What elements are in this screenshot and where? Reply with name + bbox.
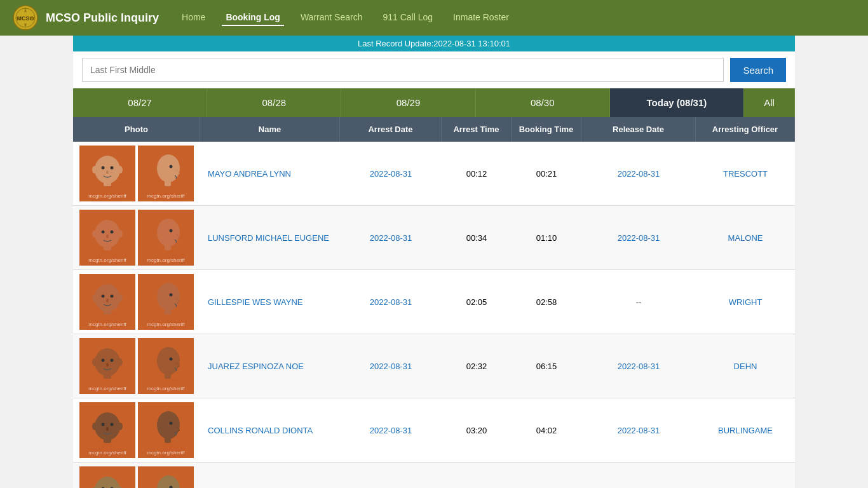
booking-time-cell: 04:02 [512,419,581,442]
nav-home[interactable]: Home [178,10,209,26]
nav-booking-log[interactable]: Booking Log [222,10,284,26]
inmate-name-link[interactable]: COLLINS RONALD DIONTA [208,426,313,435]
svg-point-40 [111,295,114,298]
search-button[interactable]: Search [730,58,786,82]
update-bar: Last Record Update:2022-08-31 13:10:01 [73,36,795,51]
col-photo: Photo [73,117,200,142]
inmate-name-cell: MAYO ANDREA LYNN [200,163,340,185]
svg-point-24 [95,220,120,248]
arrest-time-cell: 02:05 [442,291,512,313]
nav-warrant-search[interactable]: Warrant Search [297,10,367,26]
app-title: MCSO Public Inquiry [46,11,159,25]
arrest-time-cell: 00:34 [442,227,512,249]
svg-point-29 [118,230,123,238]
photo-watermark-side: mcgtn.org/sheriff [138,450,194,456]
photo-cell: mcgtn.org/sheriff mcgtn.org/sheriff [73,398,200,462]
svg-point-76 [170,422,173,425]
col-arresting-officer: Arresting Officer [696,117,795,142]
release-date-cell: 2022-08-31 [581,419,696,442]
table-row: mcgtn.org/sheriff mcgtn.org/sheriff COLL… [73,398,795,463]
table-row: mcgtn.org/sheriff mcgtn.org/sheriff MAYO… [73,142,795,206]
arrest-time-cell: 00:12 [442,163,512,185]
svg-point-14 [92,166,97,173]
tab-0829[interactable]: 08/29 [341,88,475,117]
svg-point-13 [106,170,109,174]
tab-all[interactable]: All [744,88,795,117]
inmate-name-cell: LUNSFORD MICHAEL EUGENE [200,227,340,249]
svg-point-11 [102,166,105,170]
arresting-officer-cell: MALONE [696,227,795,249]
col-arrest-time: Arrest Time [442,117,512,142]
svg-point-25 [102,231,105,234]
photo-side: mcgtn.org/sheriff [138,210,194,266]
photo-watermark: mcgtn.org/sheriff [79,193,135,199]
photo-side: mcgtn.org/sheriff [138,338,194,394]
photo-front: mcgtn.org/sheriff [79,402,135,458]
tab-0830[interactable]: 08/30 [476,88,610,117]
photo-cell: mcgtn.org/sheriff mcgtn.org/sheriff [73,334,200,398]
col-booking-time: Booking Time [512,117,581,142]
svg-point-42 [92,294,97,302]
nav-links: Home Booking Log Warrant Search 911 Call… [178,10,513,26]
arrest-date-cell: 2022-08-31 [340,291,442,313]
arrest-date-cell: 2022-08-31 [340,355,442,377]
svg-point-55 [106,363,109,367]
last-update-text: Last Record Update:2022-08-31 13:10:01 [358,39,510,48]
arrest-date-cell: 2022-08-31 [340,484,442,489]
arrest-time-cell: 03:20 [442,419,512,442]
tab-0827[interactable]: 08/27 [73,88,207,117]
svg-point-39 [102,295,105,298]
photo-cell: mcgtn.org/sheriff mcgtn.org/sheriff [73,142,200,205]
inmate-name-link[interactable]: GILLESPIE WES WAYNE [208,297,303,307]
arrest-date-cell: 2022-08-31 [340,163,442,185]
search-area: Search [73,51,795,88]
release-date-cell: -- [581,291,696,313]
col-release-date: Release Date [581,117,696,142]
photo-cell: mcgtn.org/sheriff mcgtn.org/sheriff [73,463,200,488]
svg-point-28 [92,230,97,238]
mcso-logo-icon: MCSO [13,5,38,30]
release-date-cell: 2022-08-31 [581,355,696,377]
photo-watermark: mcgtn.org/sheriff [79,386,135,391]
booking-time-cell: 01:10 [512,227,581,249]
table-row: mcgtn.org/sheriff mcgtn.org/sheriff LUNS… [73,206,795,270]
name-search-input[interactable] [82,58,724,82]
inmate-name-cell: MILLS AARON ENNIS [200,484,340,489]
inmate-name-link[interactable]: LUNSFORD MICHAEL EUGENE [208,233,329,243]
svg-point-38 [95,284,120,312]
booking-time-cell: 05:04 [512,484,581,489]
inmate-name-link[interactable]: JUAREZ ESPINOZA NOE [208,362,304,371]
release-date-cell: 2022-08-31 [581,227,696,249]
photo-cell: mcgtn.org/sheriff mcgtn.org/sheriff [73,270,200,334]
photo-front: mcgtn.org/sheriff [79,338,135,394]
inmate-name-link[interactable]: MAYO ANDREA LYNN [208,169,291,179]
inmate-name-cell: JUAREZ ESPINOZA NOE [200,355,340,377]
date-tabs: 08/27 08/28 08/29 08/30 Today (08/31) Al… [73,88,795,117]
svg-point-41 [106,299,109,302]
booking-time-cell: 06:15 [512,355,581,377]
photo-watermark-side: mcgtn.org/sheriff [138,257,194,263]
svg-point-52 [95,348,120,376]
arresting-officer-cell: BURLINGAME [696,419,795,442]
photo-front: mcgtn.org/sheriff [79,274,135,330]
col-arrest-date: Arrest Date [340,117,442,142]
svg-point-57 [118,358,123,366]
svg-point-62 [170,358,173,361]
svg-point-56 [92,358,97,366]
nav-inmate-roster[interactable]: Inmate Roster [449,10,513,26]
svg-point-26 [111,231,114,234]
photo-front: mcgtn.org/sheriff [79,210,135,266]
arresting-officer-cell: TRESCOTT [696,163,795,185]
svg-point-10 [95,156,120,184]
svg-point-48 [170,294,173,297]
photo-watermark-side: mcgtn.org/sheriff [138,386,194,391]
arresting-officer-cell: DEHN [696,355,795,377]
main-container: 08/27 08/28 08/29 08/30 Today (08/31) Al… [73,88,795,488]
arrest-date-cell: 2022-08-31 [340,419,442,442]
tab-0828[interactable]: 08/28 [207,88,341,117]
nav-911-call-log[interactable]: 911 Call Log [379,10,437,26]
photo-front: mcgtn.org/sheriff [79,466,135,488]
svg-point-53 [102,359,105,362]
arresting-officer-cell: WRIGHT [696,291,795,313]
tab-today[interactable]: Today (08/31) [610,88,744,117]
